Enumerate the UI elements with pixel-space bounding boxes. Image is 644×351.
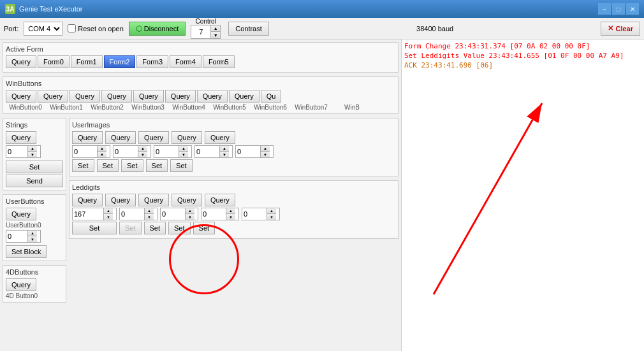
fourdbuttons-query-button[interactable]: Query (6, 278, 36, 291)
ld-query-3[interactable]: Query (172, 194, 202, 206)
wb-label-6: WinButton6 (251, 104, 290, 111)
control-group: Control ▲ ▼ (191, 18, 221, 39)
userbuttons-spin-down[interactable]: ▼ (28, 236, 37, 242)
ld-input-2[interactable] (161, 210, 185, 218)
strings-spinbox[interactable]: ▲ ▼ (6, 145, 41, 158)
winbuttons-query-row: Query Query Query Query Query Query Quer… (6, 90, 395, 103)
ui-query-2[interactable]: Query (138, 131, 169, 144)
ui-query-0[interactable]: Query (72, 131, 103, 144)
ui-set-2[interactable]: Set (121, 159, 143, 172)
ui-set-4[interactable]: Set (170, 159, 193, 172)
ui-input-2[interactable] (154, 148, 179, 155)
ui-spinbox-1[interactable]: ▲▼ (113, 145, 151, 158)
strings-set-button[interactable]: Set (6, 161, 63, 173)
userbuttons-input[interactable] (6, 233, 27, 240)
ld-query-2[interactable]: Query (138, 194, 169, 206)
ld-spinbox-2[interactable]: ▲▼ (160, 208, 198, 220)
ld-input-0[interactable] (73, 210, 103, 218)
wb-query-7[interactable]: Query (229, 90, 260, 103)
wb-query-2[interactable]: Query (70, 90, 100, 103)
ld-set-3[interactable]: Set (168, 222, 191, 234)
form5-button[interactable]: Form5 (203, 55, 235, 68)
wb-query-1[interactable]: Query (38, 90, 68, 103)
strings-spin-up[interactable]: ▲ (28, 146, 37, 152)
set-block-button[interactable]: Set Block (6, 245, 47, 258)
ui-input-3[interactable] (195, 148, 219, 155)
ld-spinbox-4[interactable]: ▲▼ (242, 208, 280, 220)
form4-button[interactable]: Form4 (170, 55, 201, 68)
contrast-button[interactable]: Contrast (228, 22, 269, 36)
clear-icon: ✕ (608, 24, 613, 32)
ui-query-1[interactable]: Query (105, 131, 136, 144)
ld-set-1[interactable]: Set (119, 222, 142, 234)
wb-label-3: WinButton3 (128, 104, 168, 111)
ui-input-4[interactable] (236, 148, 260, 155)
ld-input-4[interactable] (242, 210, 267, 218)
userimages-title: UserImages (72, 121, 395, 129)
title-bar-controls: − □ ✕ (598, 3, 639, 15)
wb-query-5[interactable]: Query (165, 90, 196, 103)
ui-spinbox-4[interactable]: ▲▼ (235, 145, 274, 158)
userbuttons-spin-up[interactable]: ▲ (28, 231, 37, 236)
ld-query-4[interactable]: Query (205, 194, 235, 206)
wb-query-3[interactable]: Query (101, 90, 132, 103)
control-input[interactable] (191, 28, 210, 36)
disconnect-button[interactable]: ⬡ Disconnect (129, 22, 186, 36)
form1-button[interactable]: Form1 (71, 55, 103, 68)
ld-input-3[interactable] (201, 210, 226, 218)
strings-send-button[interactable]: Send (6, 175, 63, 187)
minimize-button[interactable]: − (598, 3, 611, 15)
ui-set-3[interactable]: Set (146, 159, 168, 172)
wb-query-4[interactable]: Query (133, 90, 164, 103)
ui-query-4[interactable]: Query (205, 131, 235, 144)
ui-query-3[interactable]: Query (172, 131, 202, 144)
strings-spin-down[interactable]: ▼ (28, 152, 37, 157)
userimages-query-row: Query Query Query Query Query (72, 131, 395, 144)
clear-button[interactable]: ✕ Clear (601, 22, 640, 36)
form-query-button[interactable]: Query (6, 55, 36, 68)
right-sub-panel: UserImages Query Query Query Query Query… (69, 118, 399, 306)
ui-input-1[interactable] (113, 148, 138, 155)
ui-spinbox-3[interactable]: ▲▼ (194, 145, 233, 158)
ld-input-1[interactable] (120, 210, 144, 218)
ld-set-4[interactable]: Set (193, 222, 216, 234)
control-spinbox[interactable]: ▲ ▼ (191, 25, 221, 39)
ui-input-0[interactable] (73, 148, 97, 155)
userbuttons-section: UserButtons Query UserButton0 ▲ ▼ Set Bl… (3, 194, 66, 261)
ld-spinbox-0[interactable]: ▲▼ (72, 208, 117, 220)
wb-query-8[interactable]: Qu (261, 90, 282, 103)
ld-set-0[interactable]: Set (72, 222, 117, 234)
ld-set-2[interactable]: Set (144, 222, 166, 234)
reset-checkbox[interactable] (68, 24, 76, 32)
strings-query-button[interactable]: Query (6, 131, 36, 144)
ld-spinbox-1[interactable]: ▲▼ (119, 208, 157, 220)
port-select[interactable]: COM 4 (24, 22, 62, 36)
userbuttons-query-button[interactable]: Query (6, 208, 36, 220)
ui-spinbox-2[interactable]: ▲▼ (154, 145, 192, 158)
maximize-button[interactable]: □ (612, 3, 625, 15)
port-label: Port: (4, 25, 18, 32)
control-spin-up[interactable]: ▲ (211, 25, 220, 32)
wb-query-6[interactable]: Query (197, 90, 228, 103)
leddigits-section: Leddigits Query Query Query Query Query … (69, 180, 399, 239)
ld-query-0[interactable]: Query (72, 194, 103, 206)
form0-button[interactable]: Form0 (38, 55, 70, 68)
control-spin-down[interactable]: ▼ (211, 32, 220, 38)
ui-spinbox-0[interactable]: ▲▼ (72, 145, 110, 158)
userbuttons-spinbox[interactable]: ▲ ▼ (6, 230, 41, 243)
strings-spin-arrows: ▲ ▼ (27, 146, 37, 157)
userimages-spin-row: ▲▼ ▲▼ ▲▼ ▲▼ (72, 145, 395, 158)
baud-label: 38400 baud (274, 25, 596, 32)
ld-query-1[interactable]: Query (105, 194, 136, 206)
wb-query-0[interactable]: Query (6, 90, 36, 103)
ui-set-1[interactable]: Set (97, 159, 119, 172)
strings-input[interactable] (6, 148, 27, 155)
main-container: Active Form Query Form0 Form1 Form2 Form… (0, 39, 644, 351)
ld-spinbox-3[interactable]: ▲▼ (201, 208, 239, 220)
ui-set-0[interactable]: Set (72, 159, 94, 172)
disconnect-icon: ⬡ (136, 24, 142, 33)
close-button[interactable]: ✕ (626, 3, 639, 15)
form3-button[interactable]: Form3 (136, 55, 168, 68)
form2-button[interactable]: Form2 (104, 55, 136, 68)
wb-label-8: WinB (332, 104, 372, 111)
